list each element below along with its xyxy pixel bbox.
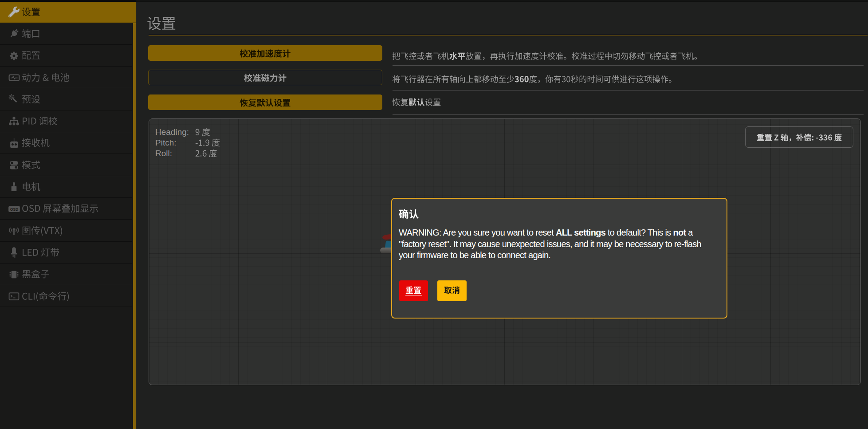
svg-text:OSD: OSD xyxy=(10,207,19,212)
